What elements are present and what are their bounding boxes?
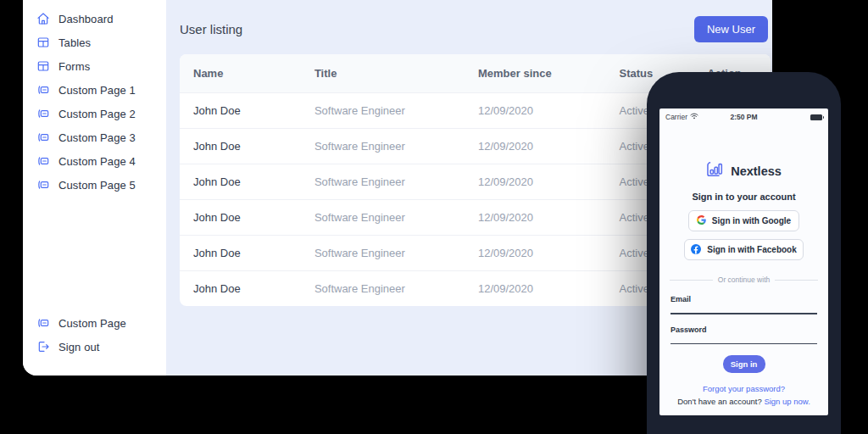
google-icon [697, 215, 706, 226]
table-icon [36, 59, 50, 73]
divider-line [670, 280, 713, 281]
sidebar-item-label: Custom Page 1 [58, 84, 136, 97]
cell-name: John Doe [180, 164, 301, 200]
carrier-label: Carrier [665, 113, 687, 121]
google-signin-label: Sign in with Google [712, 216, 791, 225]
signup-row: Don't have an account? Sign up now. [659, 397, 828, 406]
logout-icon [36, 340, 50, 353]
facebook-signin-label: Sign in with Facebook [707, 245, 797, 254]
battery-icon [810, 114, 822, 120]
cell-member-since: 12/09/2020 [465, 236, 606, 271]
sidebar-item-dashboard[interactable]: Dashboard [23, 7, 166, 31]
forgot-password-link[interactable]: Forgot your password? [659, 384, 828, 393]
cell-title: Software Engineer [301, 271, 465, 307]
cell-title: Software Engineer [301, 93, 465, 129]
sidebar-item-label: Custom Page 3 [58, 131, 136, 144]
sidebar-item-custom-page-5[interactable]: Custom Page 5 [23, 173, 166, 197]
signin-heading: Sign in to your account [659, 192, 828, 202]
cell-name: John Doe [180, 236, 301, 271]
cell-title: Software Engineer [301, 236, 465, 271]
email-field: Email [670, 295, 817, 314]
or-divider: Or continue with [670, 275, 818, 284]
signup-link[interactable]: Sign up now. [764, 397, 810, 406]
content-header: User listing New User [180, 17, 772, 41]
email-input[interactable] [670, 313, 817, 314]
column-header-member-since: Member since [465, 54, 606, 93]
app-name: Nextless [731, 164, 782, 178]
custom-page-icon [36, 178, 50, 192]
cell-title: Software Engineer [301, 129, 465, 164]
cell-name: John Doe [180, 93, 301, 129]
sidebar-item-sign-out[interactable]: Sign out [23, 335, 166, 359]
password-field: Password [670, 326, 817, 345]
signup-prompt: Don't have an account? [677, 397, 762, 406]
sidebar-item-custom-page[interactable]: Custom Page [23, 311, 166, 335]
app-logo: Nextless [659, 161, 828, 181]
cell-member-since: 12/09/2020 [465, 164, 606, 200]
sidebar-item-label: Custom Page [58, 317, 126, 330]
cell-title: Software Engineer [301, 200, 465, 236]
sidebar-item-custom-page-2[interactable]: Custom Page 2 [23, 102, 166, 125]
sidebar-item-label: Sign out [58, 341, 100, 353]
column-header-title: Title [301, 54, 465, 93]
cell-member-since: 12/09/2020 [465, 271, 606, 307]
cell-name: John Doe [180, 271, 301, 307]
phone-status-bar: Carrier 2:50 PM [659, 108, 828, 125]
wifi-icon [690, 113, 698, 121]
sidebar-item-forms[interactable]: Forms [23, 54, 166, 78]
cell-title: Software Engineer [301, 164, 465, 200]
custom-page-icon [36, 316, 50, 330]
new-user-button[interactable]: New User [694, 16, 768, 42]
sidebar-item-label: Custom Page 4 [58, 155, 136, 168]
sidebar-item-label: Custom Page 5 [58, 179, 136, 192]
home-icon [36, 12, 50, 25]
phone-screen: Carrier 2:50 PM Nextless Sign in to your… [659, 108, 828, 415]
table-icon [36, 36, 50, 49]
custom-page-icon [36, 131, 50, 144]
divider-label: Or continue with [718, 275, 770, 284]
cell-member-since: 12/09/2020 [465, 129, 606, 164]
sidebar: Dashboard Tables Forms Custom Page 1 [23, 0, 166, 376]
custom-page-icon [36, 154, 50, 168]
password-input[interactable] [670, 343, 817, 345]
facebook-icon [691, 244, 701, 256]
divider-line [775, 280, 818, 281]
sidebar-item-label: Dashboard [58, 13, 114, 25]
sidebar-item-custom-page-3[interactable]: Custom Page 3 [23, 125, 166, 149]
clock-label: 2:50 PM [716, 113, 771, 121]
cell-name: John Doe [180, 200, 301, 236]
sidebar-item-custom-page-1[interactable]: Custom Page 1 [23, 78, 166, 102]
sidebar-item-tables[interactable]: Tables [23, 31, 166, 54]
page-title: User listing [180, 22, 242, 36]
column-header-name: Name [180, 54, 301, 93]
password-label: Password [670, 326, 817, 334]
cell-member-since: 12/09/2020 [465, 93, 606, 129]
sidebar-item-label: Tables [58, 36, 91, 49]
sidebar-main-nav: Dashboard Tables Forms Custom Page 1 [23, 7, 166, 197]
custom-page-icon [36, 83, 50, 97]
bar-chart-logo-icon [706, 161, 725, 181]
sidebar-item-custom-page-4[interactable]: Custom Page 4 [23, 149, 166, 173]
phone-mockup: Carrier 2:50 PM Nextless Sign in to your… [647, 72, 841, 434]
cell-member-since: 12/09/2020 [465, 200, 606, 236]
sidebar-item-label: Custom Page 2 [58, 108, 136, 120]
custom-page-icon [36, 107, 50, 120]
sidebar-item-label: Forms [58, 60, 90, 73]
google-signin-button[interactable]: Sign in with Google [688, 210, 799, 231]
email-label: Email [670, 295, 817, 303]
sidebar-footer-nav: Custom Page Sign out [23, 311, 166, 359]
signin-button[interactable]: Sign in [723, 355, 765, 373]
cell-name: John Doe [180, 129, 301, 164]
facebook-signin-button[interactable]: Sign in with Facebook [684, 239, 804, 260]
